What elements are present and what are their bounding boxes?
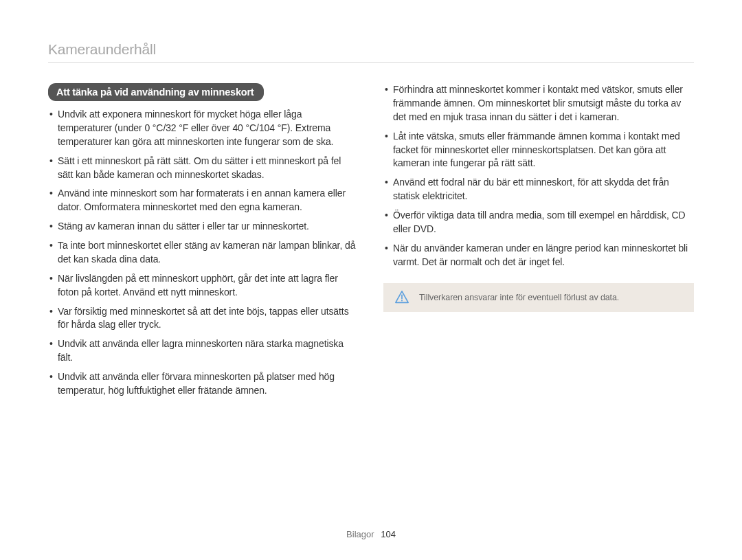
svg-point-2: [401, 300, 403, 301]
list-item: Överför viktiga data till andra media, s…: [383, 209, 694, 236]
list-item: Sätt i ett minneskort på rätt sätt. Om d…: [48, 155, 359, 182]
left-bullet-list: Undvik att exponera minneskort för mycke…: [48, 108, 359, 398]
warning-icon: [394, 290, 409, 305]
right-column: Förhindra att minneskortet kommer i kont…: [383, 83, 694, 403]
list-item: Förhindra att minneskortet kommer i kont…: [383, 83, 694, 124]
page-footer: Bilagor 104: [0, 529, 742, 539]
list-item: Låt inte vätska, smuts eller främmande ä…: [383, 130, 694, 171]
section-heading: Att tänka på vid användning av minneskor…: [48, 83, 264, 101]
page-title: Kameraunderhåll: [48, 41, 694, 63]
notice-box: Tillverkaren ansvarar inte för eventuell…: [383, 283, 694, 312]
content-columns: Att tänka på vid användning av minneskor…: [48, 83, 694, 403]
right-bullet-list: Förhindra att minneskortet kommer i kont…: [383, 83, 694, 269]
list-item: Undvik att använda eller förvara minnesk…: [48, 370, 359, 398]
list-item: När du använder kameran under en längre …: [383, 242, 694, 269]
list-item: Stäng av kameran innan du sätter i eller…: [48, 220, 359, 234]
list-item: Använd inte minneskort som har formatera…: [48, 187, 359, 214]
list-item: När livslängden på ett minneskort upphör…: [48, 272, 359, 300]
footer-label: Bilagor: [346, 529, 374, 539]
list-item: Ta inte bort minneskortet eller stäng av…: [48, 239, 359, 267]
list-item: Använd ett fodral när du bär ett minnesk…: [383, 176, 694, 203]
list-item: Undvik att exponera minneskort för mycke…: [48, 108, 359, 149]
list-item: Var försiktig med minneskortet så att de…: [48, 305, 359, 333]
footer-page-number: 104: [381, 529, 396, 539]
left-column: Att tänka på vid användning av minneskor…: [48, 83, 359, 403]
notice-text: Tillverkaren ansvarar inte för eventuell…: [419, 293, 619, 302]
list-item: Undvik att använda eller lagra minneskor…: [48, 337, 359, 365]
